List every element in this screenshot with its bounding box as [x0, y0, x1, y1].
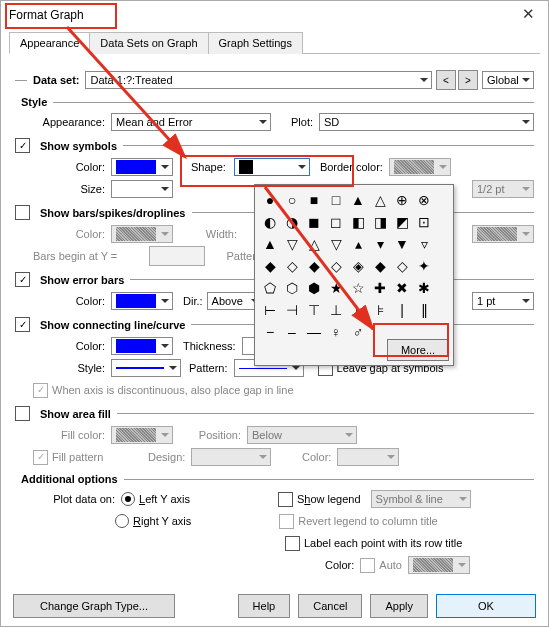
shape-option[interactable]: ⊣: [281, 299, 303, 321]
position-select[interactable]: Below: [247, 426, 357, 444]
tab-appearance[interactable]: Appearance: [9, 32, 90, 54]
shape-option[interactable]: ●: [259, 189, 281, 211]
data-set-select[interactable]: Data 1:?:Treated: [85, 71, 432, 89]
shape-option[interactable]: ⊗: [413, 189, 435, 211]
shape-option[interactable]: □: [325, 189, 347, 211]
shape-option[interactable]: ⬠: [259, 277, 281, 299]
shape-option[interactable]: ◑: [281, 211, 303, 233]
shape-option[interactable]: ♂: [347, 321, 369, 343]
error-thickness-select[interactable]: 1 pt: [472, 292, 534, 310]
shape-option[interactable]: ⊡: [413, 211, 435, 233]
line-style-select[interactable]: [111, 359, 181, 377]
symbol-color-select[interactable]: [111, 158, 173, 176]
tabs: Appearance Data Sets on Graph Graph Sett…: [9, 31, 540, 54]
shape-option[interactable]: ◧: [347, 211, 369, 233]
shape-option[interactable]: ✦: [413, 255, 435, 277]
shape-option[interactable]: ♀: [325, 321, 347, 343]
line-color-select[interactable]: [111, 337, 173, 355]
shape-option[interactable]: ◇: [281, 255, 303, 277]
shape-option[interactable]: ○: [281, 189, 303, 211]
shape-option[interactable]: ▽: [325, 233, 347, 255]
shape-option[interactable]: ▲: [347, 189, 369, 211]
show-symbols-check[interactable]: [15, 138, 30, 153]
change-graph-type-button[interactable]: Change Graph Type...: [13, 594, 175, 618]
error-color-select[interactable]: [111, 292, 173, 310]
left-y-radio[interactable]: [121, 492, 135, 506]
border-color-select[interactable]: [389, 158, 451, 176]
shape-option[interactable]: ⊧: [369, 299, 391, 321]
cancel-button[interactable]: Cancel: [298, 594, 362, 618]
shape-option[interactable]: ⊕: [391, 189, 413, 211]
shape-more-button[interactable]: More...: [387, 339, 449, 361]
shape-option[interactable]: ◻: [325, 211, 347, 233]
show-bars-check[interactable]: [15, 205, 30, 220]
show-connecting-check[interactable]: [15, 317, 30, 332]
plot-select[interactable]: SD: [319, 113, 534, 131]
show-errorbars-check[interactable]: [15, 272, 30, 287]
shape-option[interactable]: ▿: [413, 233, 435, 255]
area-color-select[interactable]: [337, 448, 399, 466]
legend-select[interactable]: Symbol & line: [371, 490, 471, 508]
shape-option[interactable]: ◩: [391, 211, 413, 233]
tab-graph-settings[interactable]: Graph Settings: [208, 32, 303, 54]
shape-option[interactable]: ⊦: [347, 299, 369, 321]
shape-option[interactable]: △: [369, 189, 391, 211]
shape-option[interactable]: ◇: [391, 255, 413, 277]
bars-color-select[interactable]: [111, 225, 173, 243]
bars-border-select[interactable]: [472, 225, 534, 243]
shape-option[interactable]: ✱: [413, 277, 435, 299]
fill-color-select[interactable]: [111, 426, 173, 444]
global-select[interactable]: Global: [482, 71, 534, 89]
ok-button[interactable]: OK: [436, 594, 536, 618]
shape-option[interactable]: ⊢: [259, 299, 281, 321]
shape-option[interactable]: ◈: [347, 255, 369, 277]
shape-option[interactable]: —: [303, 321, 325, 343]
shape-option[interactable]: ⬡: [281, 277, 303, 299]
shape-option[interactable]: –: [281, 321, 303, 343]
shape-select[interactable]: [234, 158, 310, 176]
design-select[interactable]: [191, 448, 271, 466]
shape-option[interactable]: ★: [325, 277, 347, 299]
tab-data-sets[interactable]: Data Sets on Graph: [89, 32, 208, 54]
show-legend-check[interactable]: [278, 492, 293, 507]
help-button[interactable]: Help: [238, 594, 291, 618]
appearance-select[interactable]: Mean and Error: [111, 113, 271, 131]
shape-option[interactable]: ◆: [259, 255, 281, 277]
shape-option[interactable]: ◨: [369, 211, 391, 233]
shape-option[interactable]: ⊥: [325, 299, 347, 321]
shape-option[interactable]: ⬢: [303, 277, 325, 299]
apply-button[interactable]: Apply: [370, 594, 428, 618]
shape-option[interactable]: −: [259, 321, 281, 343]
dataset-prev-button[interactable]: <: [436, 70, 456, 90]
label-each-check[interactable]: [285, 536, 300, 551]
shape-option[interactable]: ⊤: [303, 299, 325, 321]
border-thickness-select[interactable]: 1/2 pt: [472, 180, 534, 198]
shape-option[interactable]: ◐: [259, 211, 281, 233]
shape-option[interactable]: |: [391, 299, 413, 321]
shape-option[interactable]: ✚: [369, 277, 391, 299]
shape-option[interactable]: ‖: [413, 299, 435, 321]
position-label: Position:: [191, 429, 247, 441]
shape-option[interactable]: ✖: [391, 277, 413, 299]
shape-option[interactable]: ◆: [369, 255, 391, 277]
shape-option[interactable]: ▴: [347, 233, 369, 255]
shape-option[interactable]: ▼: [391, 233, 413, 255]
shape-option[interactable]: ◇: [325, 255, 347, 277]
row-title-color-select[interactable]: [408, 556, 470, 574]
shape-option[interactable]: ◼: [303, 211, 325, 233]
bars-begin-input[interactable]: [149, 246, 205, 266]
shape-option[interactable]: ◆: [303, 255, 325, 277]
dataset-next-button[interactable]: >: [458, 70, 478, 90]
right-y-radio[interactable]: [115, 514, 129, 528]
size-select[interactable]: [111, 180, 173, 198]
close-icon[interactable]: ✕: [516, 5, 540, 23]
show-area-check[interactable]: [15, 406, 30, 421]
shape-option[interactable]: ▽: [281, 233, 303, 255]
fill-pattern-check: [33, 450, 48, 465]
shape-option[interactable]: ■: [303, 189, 325, 211]
shape-swatch: [239, 160, 253, 174]
shape-option[interactable]: ▾: [369, 233, 391, 255]
shape-option[interactable]: ▲: [259, 233, 281, 255]
shape-option[interactable]: △: [303, 233, 325, 255]
shape-option[interactable]: ☆: [347, 277, 369, 299]
